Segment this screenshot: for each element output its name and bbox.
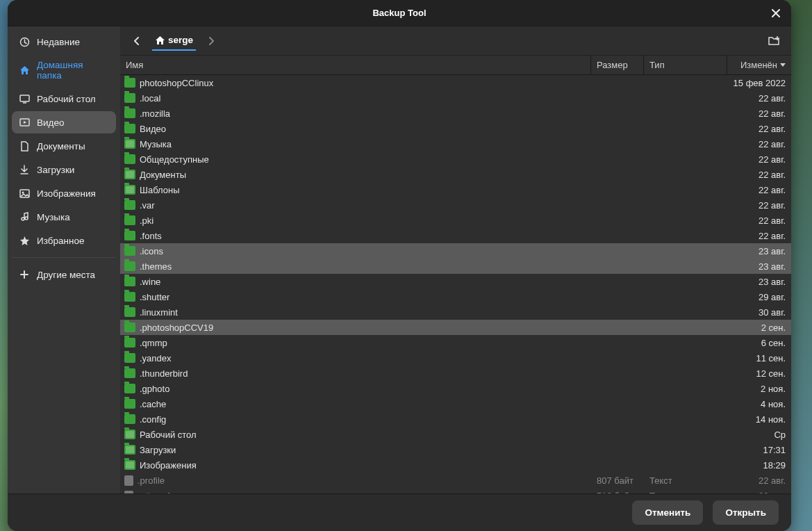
svg-rect-1 xyxy=(20,95,29,101)
file-type: Текст xyxy=(644,475,727,486)
new-folder-icon xyxy=(768,35,781,47)
folder-icon xyxy=(124,384,135,393)
file-row[interactable]: .gtkrc-xfce516 байтТекст22 авг. xyxy=(120,488,791,493)
file-row[interactable]: .pki22 авг. xyxy=(120,213,791,228)
folder-icon xyxy=(124,261,135,271)
cancel-button[interactable]: Отменить xyxy=(632,500,703,525)
breadcrumb-home[interactable]: serge xyxy=(152,31,196,51)
nav-forward-button[interactable] xyxy=(201,31,221,51)
file-row[interactable]: Общедоступные22 авг. xyxy=(120,152,791,167)
file-row[interactable]: .gphoto2 ноя. xyxy=(120,381,791,396)
folder-icon xyxy=(124,353,135,363)
music-icon xyxy=(19,211,30,222)
sidebar-item-pictures[interactable]: Изображения xyxy=(12,182,116,204)
document-icon xyxy=(19,140,30,152)
file-name: .gtkrc-xfce xyxy=(138,491,179,494)
folder-icon xyxy=(124,124,135,133)
file-row[interactable]: .wine23 авг. xyxy=(120,274,791,289)
sidebar-item-starred[interactable]: Избранное xyxy=(12,229,116,252)
sidebar-other-places[interactable]: Другие места xyxy=(12,263,116,286)
file-name: Изображения xyxy=(140,460,197,471)
close-button[interactable] xyxy=(768,5,784,22)
file-row[interactable]: Документы22 авг. xyxy=(120,167,791,182)
file-row[interactable]: .config14 ноя. xyxy=(120,411,791,427)
file-row[interactable]: Изображения18:29 xyxy=(120,457,791,473)
file-name: .wine xyxy=(140,277,160,287)
folder-icon xyxy=(124,445,135,455)
file-row[interactable]: .photoshopCCV192 сен. xyxy=(120,320,791,335)
file-row[interactable]: .yandex11 сен. xyxy=(120,350,791,366)
folder-icon xyxy=(124,170,135,179)
file-row[interactable]: Видео22 авг. xyxy=(120,121,791,136)
file-row[interactable]: .local22 авг. xyxy=(120,90,791,106)
folder-icon xyxy=(124,215,135,225)
file-row[interactable]: photoshopCClinux15 фев 2022 xyxy=(120,75,791,90)
file-row[interactable]: .themes23 авг. xyxy=(120,259,791,274)
folder-icon xyxy=(124,307,135,317)
file-row[interactable]: .shutter29 авг. xyxy=(120,289,791,304)
header-size[interactable]: Размер xyxy=(591,56,644,74)
sidebar-item-home[interactable]: Домашняя папка xyxy=(12,54,116,86)
file-row[interactable]: .cache4 ноя. xyxy=(120,396,791,411)
new-folder-button[interactable] xyxy=(765,31,784,51)
file-type: Текст xyxy=(644,491,727,494)
file-row[interactable]: .qmmp6 сен. xyxy=(120,335,791,350)
dialog-footer: Отменить Открыть xyxy=(8,493,791,531)
download-icon xyxy=(19,164,30,175)
file-row[interactable]: Музыка22 авг. xyxy=(120,136,791,152)
file-row[interactable]: Шаблоны22 авг. xyxy=(120,182,791,197)
file-modified: 22 авг. xyxy=(727,170,791,180)
file-row[interactable]: Рабочий столСр xyxy=(120,427,791,442)
sidebar-item-videos[interactable]: Видео xyxy=(12,111,116,133)
sidebar-item-music[interactable]: Музыка xyxy=(12,206,116,228)
file-icon xyxy=(124,491,133,494)
file-modified: 22 авг. xyxy=(727,154,791,165)
file-modified: 6 сен. xyxy=(727,338,791,348)
file-name: .icons xyxy=(140,246,163,256)
file-modified: 4 ноя. xyxy=(727,399,791,409)
file-name: .gphoto xyxy=(140,384,169,394)
file-modified: 23 авг. xyxy=(727,277,791,287)
file-name: Загрузки xyxy=(140,445,176,455)
sidebar-item-recent[interactable]: Недавние xyxy=(12,31,116,53)
file-row[interactable]: .thunderbird12 сен. xyxy=(120,366,791,381)
close-icon xyxy=(772,9,780,17)
file-size: 807 байт xyxy=(591,475,644,486)
file-row[interactable]: .icons23 авг. xyxy=(120,243,791,259)
sidebar-item-documents[interactable]: Документы xyxy=(12,135,116,157)
file-modified: 11 сен. xyxy=(727,353,791,363)
open-button[interactable]: Открыть xyxy=(713,500,779,525)
header-modified[interactable]: Изменён xyxy=(727,56,791,74)
sidebar-item-downloads[interactable]: Загрузки xyxy=(12,158,116,181)
sidebar-item-desktop[interactable]: Рабочий стол xyxy=(12,88,116,110)
file-row[interactable]: .mozilla22 авг. xyxy=(120,106,791,121)
folder-icon xyxy=(124,322,135,332)
column-headers: Имя Размер Тип Изменён xyxy=(120,56,791,75)
nav-back-button[interactable] xyxy=(127,31,147,51)
file-name: photoshopCClinux xyxy=(140,78,213,88)
file-row[interactable]: Загрузки17:31 xyxy=(120,442,791,457)
file-row[interactable]: .fonts22 авг. xyxy=(120,228,791,243)
file-row[interactable]: .profile807 байтТекст22 авг. xyxy=(120,473,791,488)
file-modified: 30 авг. xyxy=(727,307,791,318)
file-name: .thunderbird xyxy=(140,368,188,379)
file-modified: 12 сен. xyxy=(727,368,791,379)
file-modified: 22 авг. xyxy=(727,185,791,195)
header-name[interactable]: Имя xyxy=(120,56,591,74)
file-name: .themes xyxy=(140,261,172,272)
file-modified: 18:29 xyxy=(727,460,791,471)
file-name: Документы xyxy=(140,170,186,180)
folder-icon xyxy=(124,430,135,439)
file-row[interactable]: .var22 авг. xyxy=(120,197,791,213)
file-name: .pki xyxy=(140,215,154,226)
folder-icon xyxy=(124,154,135,164)
file-modified: Ср xyxy=(727,430,791,440)
header-type[interactable]: Тип xyxy=(644,56,727,74)
file-row[interactable]: .linuxmint30 авг. xyxy=(120,304,791,320)
sidebar-item-label: Избранное xyxy=(37,236,84,246)
file-name: .local xyxy=(140,93,160,104)
file-list[interactable]: photoshopCClinux15 фев 2022.local22 авг.… xyxy=(120,75,791,493)
folder-icon xyxy=(124,368,135,378)
file-modified: 29 авг. xyxy=(727,292,791,302)
file-icon xyxy=(124,475,133,486)
